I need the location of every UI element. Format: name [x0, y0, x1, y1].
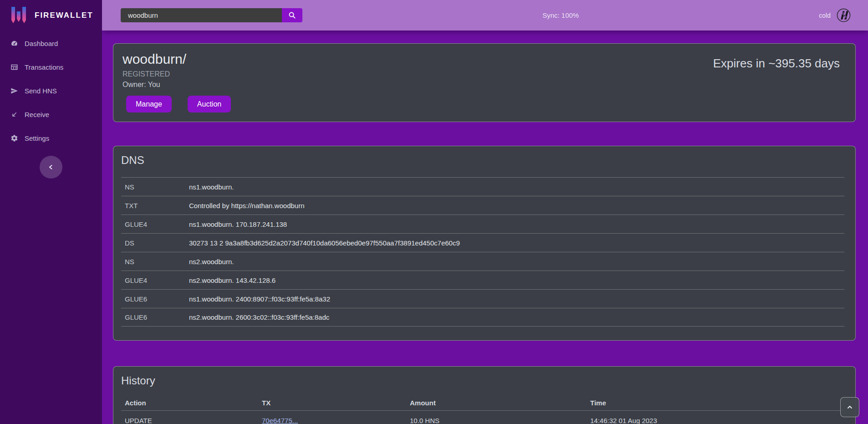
- history-amount: 10.0 HNS: [410, 417, 590, 424]
- dns-record-type: GLUE6: [125, 313, 189, 321]
- history-col-amount: Amount: [410, 399, 590, 407]
- dns-record-value: 30273 13 2 9a3a8fb3d625d2a2073d740f10da6…: [189, 239, 460, 247]
- domain-title: woodburn/: [123, 51, 231, 67]
- dns-record-row: DS 30273 13 2 9a3a8fb3d625d2a2073d740f10…: [121, 233, 844, 252]
- search-icon: [288, 11, 296, 19]
- domain-status-badge: REGISTERED: [123, 70, 231, 78]
- topbar: Sync: 100% cold: [102, 0, 868, 31]
- sidebar-item-label: Send HNS: [25, 87, 57, 95]
- scroll-to-top-button[interactable]: [840, 397, 859, 417]
- brand-name: FIREWALLET: [35, 11, 93, 20]
- brand-header: FIREWALLET: [0, 0, 102, 31]
- chevron-left-icon: [47, 163, 55, 171]
- domain-expiry: Expires in ~395.35 days: [713, 51, 845, 112]
- domain-actions: Manage Auction: [123, 96, 231, 112]
- dns-record-row: NS ns2.woodburn.: [121, 252, 844, 271]
- manage-button[interactable]: Manage: [126, 96, 172, 112]
- history-table: Action TX Amount Time UPDATE 70e64775...…: [121, 395, 844, 424]
- main-content: woodburn/ REGISTERED Owner: You Manage A…: [102, 0, 868, 424]
- dns-record-type: GLUE4: [125, 220, 189, 228]
- dns-record-row: GLUE4 ns2.woodburn. 143.42.128.6: [121, 271, 844, 289]
- handshake-logo-icon[interactable]: [837, 8, 851, 22]
- sidebar-item-label: Dashboard: [25, 40, 58, 47]
- history-col-tx: TX: [262, 399, 410, 407]
- auction-button[interactable]: Auction: [188, 96, 231, 112]
- firewallet-logo-icon: [10, 5, 28, 26]
- dashboard-gauge-icon: [10, 40, 18, 47]
- dns-record-type: NS: [125, 258, 189, 266]
- sidebar-item-label: Transactions: [25, 63, 63, 71]
- dns-record-value: ns2.woodburn. 2600:3c02::f03c:93ff:fe5a:…: [189, 313, 329, 321]
- domain-card-left: woodburn/ REGISTERED Owner: You Manage A…: [123, 51, 231, 112]
- search-button[interactable]: [282, 8, 302, 22]
- sidebar-item-transactions[interactable]: Transactions: [0, 55, 102, 79]
- dns-record-value: Controlled by https://nathan.woodburn: [189, 202, 305, 209]
- chevron-up-icon: [846, 404, 853, 411]
- history-section-title: History: [121, 374, 844, 388]
- history-action: UPDATE: [125, 417, 262, 424]
- dns-record-value: ns1.woodburn. 170.187.241.138: [189, 220, 287, 228]
- dns-table: NS ns1.woodburn. TXT Controlled by https…: [121, 177, 844, 327]
- history-row: UPDATE 70e64775... 10.0 HNS 14:46:32 01 …: [121, 410, 844, 424]
- domain-owner: Owner: You: [123, 81, 231, 89]
- dns-record-value: ns1.woodburn.: [189, 183, 234, 191]
- sync-status: Sync: 100%: [302, 11, 819, 19]
- wallet-name-label: cold: [819, 12, 831, 19]
- sidebar: FIREWALLET Dashboard Transactions Send H…: [0, 0, 102, 424]
- dns-record-value: ns2.woodburn. 143.42.128.6: [189, 276, 276, 284]
- send-paper-plane-icon: [10, 87, 18, 95]
- sidebar-item-dashboard[interactable]: Dashboard: [0, 31, 102, 55]
- sidebar-item-receive[interactable]: Receive: [0, 102, 102, 126]
- sidebar-item-label: Settings: [25, 134, 49, 142]
- sidebar-item-send-hns[interactable]: Send HNS: [0, 79, 102, 102]
- domain-card: woodburn/ REGISTERED Owner: You Manage A…: [113, 43, 856, 122]
- dns-record-row: GLUE6 ns1.woodburn. 2400:8907::f03c:93ff…: [121, 289, 844, 308]
- dns-record-type: GLUE6: [125, 295, 189, 303]
- dns-record-type: DS: [125, 239, 189, 247]
- history-header-row: Action TX Amount Time: [121, 395, 844, 410]
- dns-record-row: GLUE4 ns1.woodburn. 170.187.241.138: [121, 215, 844, 233]
- receive-arrow-icon: [10, 111, 18, 118]
- dns-section-title: DNS: [121, 153, 844, 167]
- dns-card: DNS NS ns1.woodburn. TXT Controlled by h…: [113, 146, 856, 341]
- sidebar-item-label: Receive: [25, 111, 49, 118]
- history-card: History Action TX Amount Time UPDATE 70e…: [113, 366, 856, 424]
- dns-record-type: GLUE4: [125, 276, 189, 284]
- history-col-time: Time: [590, 399, 844, 407]
- transactions-table-icon: [10, 63, 18, 71]
- sidebar-collapse-button[interactable]: [40, 156, 62, 179]
- dns-record-row: GLUE6 ns2.woodburn. 2600:3c02::f03c:93ff…: [121, 308, 844, 327]
- tx-link[interactable]: 70e64775...: [262, 417, 298, 424]
- dns-record-type: TXT: [125, 202, 189, 209]
- sidebar-item-settings[interactable]: Settings: [0, 126, 102, 150]
- search-input[interactable]: [121, 8, 282, 22]
- dns-record-row: NS ns1.woodburn.: [121, 177, 844, 196]
- dns-record-value: ns2.woodburn.: [189, 258, 234, 266]
- history-time: 14:46:32 01 Aug 2023: [590, 417, 844, 424]
- history-col-action: Action: [125, 399, 262, 407]
- dns-record-value: ns1.woodburn. 2400:8907::f03c:93ff:fe5a:…: [189, 295, 330, 303]
- dns-record-type: NS: [125, 183, 189, 191]
- topbar-right: cold: [819, 8, 851, 22]
- sidebar-nav: Dashboard Transactions Send HNS Receive …: [0, 31, 102, 150]
- search-group: [121, 8, 302, 22]
- dns-record-row: TXT Controlled by https://nathan.woodbur…: [121, 196, 844, 215]
- gear-icon: [10, 134, 18, 142]
